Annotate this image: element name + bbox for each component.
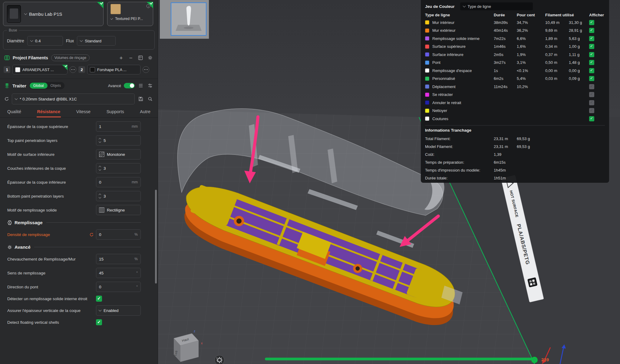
bridge-direction-input[interactable]: 0 ° — [96, 282, 141, 292]
layer-slider[interactable] — [265, 358, 535, 360]
line-type-legend-panel: Jeu de Couleur Type de ligne Type de lig… — [421, 0, 609, 183]
process-title: Traiter — [12, 83, 26, 88]
pattern-icon — [99, 207, 104, 213]
nozzle-diameter-value: 0.4 — [35, 39, 41, 43]
layer-slider-knob[interactable] — [531, 357, 538, 363]
process-preset-select[interactable]: * 0.20mm Standard @BBL X1C — [12, 93, 135, 104]
visibility-checkbox[interactable] — [589, 20, 594, 25]
visibility-checkbox[interactable] — [589, 92, 594, 97]
detect-floating-shells-checkbox[interactable] — [96, 319, 102, 325]
tab-vitesse[interactable]: Vitesse — [76, 106, 91, 117]
line-color-swatch — [425, 109, 429, 113]
bottom-surface-pattern-select[interactable]: Monotone — [96, 149, 141, 159]
scope-segmented-control[interactable]: Global Objets — [29, 82, 64, 89]
settings-form: Épaisseur de la coque supérieure 1 mm To… — [0, 118, 158, 325]
line-type-label: Personnalisé — [432, 76, 494, 81]
section-infill: Remplissage — [7, 220, 141, 225]
stepper-arrows-icon[interactable] — [99, 166, 101, 170]
visibility-checkbox[interactable] — [589, 36, 594, 41]
solid-infill-pattern-select[interactable]: Rectiligne — [96, 205, 141, 215]
compare-presets-icon[interactable] — [147, 82, 153, 89]
filaments-title: Project Filaments — [13, 55, 48, 60]
slicing-info-title: Informations Tranchage — [425, 128, 609, 133]
filament-menu-button[interactable] — [70, 66, 76, 73]
setting-label: Motif de surface inférieure — [7, 152, 96, 157]
line-color-swatch — [425, 84, 429, 89]
legend-row: Personnalisé 6m2s 5,4% 0,03 m 0,09 g — [425, 75, 609, 83]
tab-supports[interactable]: Supports — [106, 106, 125, 117]
bottom-shell-thickness-input[interactable]: 0 mm — [96, 177, 141, 187]
setting-label: Détecter un remplissage solide interne é… — [7, 296, 96, 301]
filament-chip[interactable]: ARIANEPLAST ... — [12, 65, 68, 74]
chevron-down-icon — [80, 39, 83, 42]
filament-color-swatch — [15, 67, 20, 72]
remove-filament-button[interactable]: − — [127, 54, 134, 61]
bottom-shell-layers-stepper[interactable]: 3 — [96, 163, 141, 173]
filament-chip[interactable]: Forshape PLA ... — [87, 65, 140, 74]
setting-list-icon[interactable] — [137, 82, 144, 89]
detect-narrow-infill-checkbox[interactable] — [96, 296, 102, 302]
nozzle-diameter-select[interactable]: 0.4 — [27, 36, 63, 46]
visibility-checkbox[interactable] — [589, 44, 594, 49]
visibility-checkbox[interactable] — [589, 60, 594, 65]
bottom-paint-layers-stepper[interactable]: 3 — [96, 191, 141, 201]
line-type-label: Se rétracter — [432, 92, 494, 97]
search-settings-icon[interactable] — [147, 96, 153, 102]
visibility-checkbox[interactable] — [589, 28, 594, 33]
advanced-toggle[interactable] — [124, 83, 135, 88]
visibility-checkbox[interactable] — [589, 84, 594, 89]
stepper-arrows-icon[interactable] — [99, 194, 101, 198]
legend-row: Mur intérieur 38m39s 34,7% 10,49 m 31,30… — [425, 18, 609, 27]
filament-spool-icon — [4, 55, 10, 61]
slicing-info-row: Model Filament:23,31 m69,53 g — [425, 143, 609, 151]
view-settings-button[interactable] — [215, 355, 224, 364]
ensure-vertical-thickness-select[interactable]: Enabled — [96, 305, 141, 316]
legend-row: Déplacement 11m24s 10,2% — [425, 83, 609, 91]
filament-name: Forshape PLA ... — [97, 67, 127, 72]
filament-table-icon[interactable] — [137, 54, 144, 61]
line-color-swatch — [425, 20, 429, 25]
visibility-checkbox[interactable] — [589, 76, 594, 81]
reset-value-icon[interactable] — [89, 232, 94, 237]
plate-type-selector[interactable]: i Textured PEI P... — [107, 2, 153, 26]
stepper-arrows-icon[interactable] — [99, 138, 101, 143]
advanced-toggle-label: Avancé — [108, 84, 121, 88]
scope-objects[interactable]: Objets — [48, 83, 64, 89]
visibility-checkbox[interactable] — [589, 100, 594, 105]
plate-thumbnail[interactable] — [171, 2, 206, 36]
visibility-checkbox[interactable] — [589, 68, 594, 73]
sidebar-scrollbar[interactable] — [155, 190, 157, 284]
printer-selector[interactable]: Bambu Lab P1S — [3, 2, 104, 26]
line-type-label: Coutures — [432, 116, 494, 121]
pattern-icon — [99, 152, 104, 157]
setting-label: Assurer l'épaisseur verticale de la coqu… — [7, 308, 96, 313]
tab-resistance[interactable]: Résistance — [37, 106, 61, 117]
add-filament-button[interactable]: + — [118, 54, 124, 61]
slicing-info-row: Temps de préparation:6m15s — [425, 159, 609, 166]
line-color-swatch — [425, 100, 429, 105]
flush-volumes-button[interactable]: Volumes de rinçage — [51, 54, 90, 61]
slicing-info-row: Total Filament:23,31 m69,53 g — [425, 135, 609, 143]
process-preset-value: * 0.20mm Standard @BBL X1C — [20, 97, 77, 101]
flow-select[interactable]: Standard — [77, 36, 116, 46]
tab-autre[interactable]: Autre — [139, 106, 151, 117]
tab-qualite[interactable]: Qualité — [7, 106, 22, 117]
line-type-label: Remplissage d'espace — [432, 68, 494, 73]
plate-image — [110, 4, 121, 14]
save-preset-icon[interactable] — [137, 96, 144, 102]
infill-section-icon — [7, 220, 12, 225]
filament-settings-gear-icon[interactable] — [147, 54, 153, 61]
infill-density-input[interactable]: 0 % — [96, 229, 141, 240]
line-color-swatch — [425, 61, 429, 65]
scope-global[interactable]: Global — [30, 83, 48, 89]
top-shell-thickness-input[interactable]: 1 mm — [96, 121, 141, 132]
sync-preset-icon[interactable] — [4, 97, 9, 101]
visibility-checkbox[interactable] — [589, 52, 594, 57]
visibility-checkbox[interactable] — [589, 116, 594, 121]
visibility-checkbox[interactable] — [589, 108, 594, 113]
infill-direction-input[interactable]: 45 ° — [96, 268, 141, 278]
color-scheme-select[interactable]: Type de ligne — [460, 2, 533, 10]
infill-wall-overlap-input[interactable]: 15 % — [96, 254, 141, 264]
filament-menu-button[interactable] — [143, 66, 149, 73]
top-paint-layers-stepper[interactable]: 5 — [96, 135, 141, 146]
